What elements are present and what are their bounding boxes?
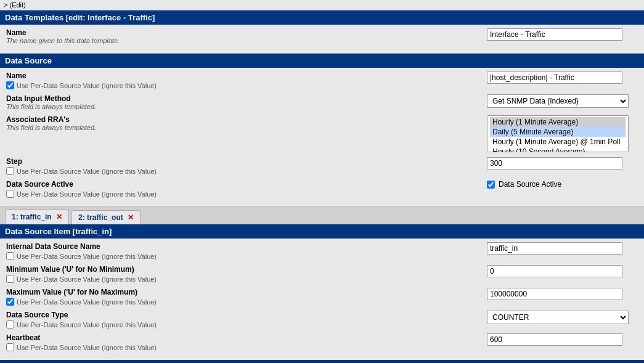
heartbeat-label: Heartbeat [6, 333, 487, 342]
data-input-method-label: Data Input Method [6, 94, 487, 103]
ds-name-input[interactable] [487, 71, 622, 84]
name-label: Name [6, 28, 487, 37]
step-input[interactable] [487, 157, 622, 169]
max-value-label: Maximum Value ('U' for No Maximum) [6, 288, 487, 296]
heartbeat-checkbox[interactable] [6, 343, 14, 351]
ds-item-body: Internal Data Source Name Use Per-Data S… [0, 239, 644, 360]
tab-traffic-out[interactable]: 2: traffic_out ✕ [71, 210, 141, 224]
top-bar-label: > (Edit) [4, 1, 26, 9]
min-value-label: Minimum Value ('U' for No Minimum) [6, 265, 487, 274]
ds-item-header: Data Source Item [traffic_in] [0, 224, 644, 239]
top-bar: > (Edit) [0, 0, 644, 10]
internal-name-checkbox-label: Use Per-Data Source Value (Ignore this V… [17, 253, 157, 260]
name-section: Name The name given to this data templat… [0, 25, 644, 54]
ds-name-checkbox[interactable] [6, 81, 14, 89]
ds-type-label: Data Source Type [6, 311, 487, 319]
associated-rras-sublabel: This field is always templated. [6, 124, 487, 131]
heartbeat-input[interactable] [487, 333, 622, 346]
tab-traffic-in-close[interactable]: ✕ [56, 213, 62, 221]
data-source-body: Name Use Per-Data Source Value (Ignore t… [0, 68, 644, 207]
max-value-input[interactable] [487, 288, 622, 300]
ds-type-checkbox-label: Use Per-Data Source Value (Ignore this V… [17, 321, 157, 328]
heartbeat-checkbox-label: Use Per-Data Source Value (Ignore this V… [17, 344, 157, 351]
data-source-header: Data Source [0, 54, 644, 68]
max-value-checkbox[interactable] [6, 298, 14, 306]
custom-data-header: Custom Data [data input: Get SNMP Data (… [0, 360, 644, 363]
tab-traffic-out-label: 2: traffic_out [78, 213, 123, 222]
min-value-checkbox[interactable] [6, 275, 14, 283]
step-checkbox[interactable] [6, 167, 14, 175]
name-input[interactable] [487, 28, 622, 41]
ds-active-checkbox[interactable] [487, 181, 495, 189]
data-input-method-select[interactable]: Get SNMP Data (Indexed) Get SNMP Data No… [487, 94, 629, 108]
ds-name-checkbox-label: Use Per-Data Source Value (Ignore this V… [17, 82, 157, 89]
associated-rras-label: Associated RRA's [6, 115, 487, 124]
page-title-header: Data Templates [edit: Interface - Traffi… [0, 10, 644, 25]
internal-name-input[interactable] [487, 242, 622, 255]
internal-name-checkbox[interactable] [6, 252, 14, 260]
ds-type-select[interactable]: COUNTER GAUGE DERIVE ABSOLUTE [487, 311, 629, 324]
name-sublabel: The name given to this data template. [6, 37, 487, 44]
ds-active-label: Data Source Active [6, 180, 487, 189]
max-value-checkbox-label: Use Per-Data Source Value (Ignore this V… [17, 298, 157, 306]
internal-name-label: Internal Data Source Name [6, 242, 487, 251]
data-input-method-sublabel: This field is always templated. [6, 103, 487, 110]
tab-traffic-in[interactable]: 1: traffic_in ✕ [5, 210, 69, 224]
ds-type-checkbox[interactable] [6, 320, 14, 328]
min-value-input[interactable] [487, 265, 622, 277]
ds-name-label: Name [6, 71, 487, 80]
tabs-row: 1: traffic_in ✕ 2: traffic_out ✕ [0, 207, 644, 224]
tab-traffic-in-label: 1: traffic_in [12, 213, 52, 221]
ds-active-per-source-label: Use Per-Data Source Value (Ignore this V… [17, 190, 157, 198]
ds-active-checkbox-label: Data Source Active [499, 180, 561, 189]
tab-traffic-out-close[interactable]: ✕ [128, 213, 134, 222]
min-value-checkbox-label: Use Per-Data Source Value (Ignore this V… [17, 275, 157, 283]
associated-rras-listbox[interactable]: Hourly (1 Minute Average) Daily (5 Minut… [487, 115, 629, 152]
step-label: Step [6, 157, 487, 166]
ds-active-per-source-checkbox[interactable] [6, 190, 14, 198]
step-checkbox-label: Use Per-Data Source Value (Ignore this V… [17, 168, 157, 175]
